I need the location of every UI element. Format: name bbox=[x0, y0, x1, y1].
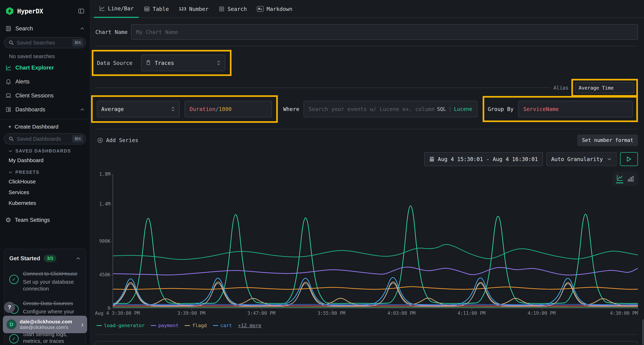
shortcut-badge: ⌘K bbox=[72, 135, 84, 143]
group-by-input[interactable]: ServiceName bbox=[518, 101, 633, 117]
line-chart-toggle[interactable] bbox=[616, 174, 623, 183]
sidebar-item-client-sessions[interactable]: Client Sessions bbox=[0, 89, 90, 103]
add-series-button[interactable]: Add Series bbox=[97, 137, 138, 143]
data-source-select[interactable]: Traces bbox=[141, 55, 225, 71]
markdown-icon: M↓ bbox=[257, 6, 264, 12]
lucene-toggle[interactable]: Lucene bbox=[454, 106, 472, 112]
help-button[interactable]: ? bbox=[4, 302, 15, 313]
sidebar-collapse-icon[interactable] bbox=[78, 8, 84, 14]
nav-label: Chart Explorer bbox=[16, 64, 54, 71]
saved-dashboards-input[interactable]: Saved Dashboards ⌘K bbox=[4, 133, 86, 144]
sql-toggle[interactable]: SQL bbox=[437, 106, 446, 112]
plus-icon: + bbox=[8, 124, 12, 130]
sidebar-item-kubernetes[interactable]: Kubernetes bbox=[0, 198, 90, 208]
tab-number[interactable]: 123 Number bbox=[174, 0, 214, 18]
chevron-up-icon[interactable] bbox=[76, 256, 81, 261]
tab-markdown[interactable]: M↓ Markdown bbox=[252, 0, 298, 18]
avatar: D bbox=[6, 320, 16, 330]
add-series-row: Add Series Set number format bbox=[95, 134, 638, 146]
group-saved-dashboards[interactable]: SAVED DASHBOARDS bbox=[0, 144, 90, 155]
circle-plus-icon bbox=[97, 137, 103, 143]
sidebar-item-chart-explorer[interactable]: Chart Explorer bbox=[0, 61, 90, 75]
toggle-divider: | bbox=[448, 106, 452, 112]
tab-table[interactable]: Table bbox=[139, 0, 174, 18]
chevron-right-icon: › bbox=[81, 321, 84, 329]
sidebar-item-alerts[interactable]: Alerts bbox=[0, 75, 90, 89]
aggregation-select[interactable]: Average bbox=[97, 101, 180, 117]
chart-name-label: Chart Name bbox=[95, 29, 131, 35]
hyperdx-logo-icon bbox=[5, 7, 14, 15]
chevron-up-icon[interactable] bbox=[80, 26, 84, 31]
y-axis-label: 450K bbox=[99, 272, 110, 278]
group-presets[interactable]: PRESETS bbox=[0, 166, 90, 176]
add-series-label: Add Series bbox=[106, 137, 138, 143]
search-section-label: Search bbox=[16, 25, 33, 32]
data-source-highlight-box: Data Source Traces bbox=[92, 50, 232, 76]
legend-swatch bbox=[213, 325, 218, 326]
legend-item[interactable]: payment bbox=[151, 323, 179, 328]
chart-type-tabbar: Line/Bar Table 123 Number Search M↓ Mark… bbox=[90, 0, 644, 18]
query-language-toggle[interactable]: SQL | Lucene bbox=[437, 106, 472, 112]
legend-more-link[interactable]: +12 more bbox=[238, 323, 261, 328]
tab-label: Table bbox=[153, 6, 169, 12]
series-other-5 bbox=[113, 307, 638, 307]
field-token: 1000 bbox=[219, 106, 232, 112]
series-other-1 bbox=[113, 245, 638, 260]
legend-swatch bbox=[151, 325, 156, 326]
tab-search[interactable]: Search bbox=[214, 0, 252, 18]
legend-item[interactable]: cart bbox=[213, 323, 232, 328]
sidebar-item-team-settings[interactable]: ⚙ Team Settings bbox=[0, 208, 90, 232]
sidebar-item-my-dashboard[interactable]: My Dashboard bbox=[0, 155, 90, 166]
sidebar-item-clickhouse[interactable]: ClickHouse bbox=[0, 176, 90, 187]
sidebar-item-services[interactable]: Services bbox=[0, 187, 90, 198]
saved-searches-placeholder: Saved Searches bbox=[17, 40, 55, 46]
bar-chart-icon bbox=[627, 175, 634, 182]
time-range-picker[interactable]: Aug 4 15:30:01 - Aug 4 16:30:01 bbox=[424, 152, 543, 166]
chart-name-row: Chart Name My Chart Name bbox=[95, 24, 638, 40]
get-started-item[interactable]: ✓ Connect to ClickHouse Set up your data… bbox=[9, 270, 81, 292]
legend-label: load-generator bbox=[104, 323, 145, 328]
get-started-item-title: Connect to ClickHouse bbox=[23, 270, 81, 277]
where-search-input[interactable]: Search your events w/ Lucene ex. column:… bbox=[304, 101, 477, 117]
scrollbar-thumb[interactable] bbox=[642, 319, 644, 345]
legend-item[interactable]: flagd bbox=[184, 323, 206, 328]
chevron-up-icon[interactable] bbox=[80, 107, 84, 112]
legend-item[interactable]: load-generator bbox=[96, 323, 145, 328]
alias-label: Alias bbox=[554, 85, 568, 91]
granularity-select[interactable]: Auto Granularity bbox=[546, 152, 617, 166]
get-started-title: Get Started bbox=[9, 255, 40, 262]
bell-icon bbox=[5, 79, 12, 85]
alias-connector-line bbox=[95, 88, 550, 88]
table-icon bbox=[144, 6, 150, 12]
tab-line-bar[interactable]: Line/Bar bbox=[94, 0, 139, 18]
saved-searches-input[interactable]: Saved Searches ⌘K bbox=[4, 37, 86, 48]
chart-name-placeholder: My Chart Name bbox=[136, 29, 178, 35]
bar-chart-toggle[interactable] bbox=[627, 175, 634, 183]
y-axis-label: 1.4M bbox=[99, 201, 110, 207]
where-placeholder: Search your events w/ Lucene ex. column:… bbox=[308, 106, 434, 112]
user-email: dale@clickhouse.com bbox=[20, 319, 72, 325]
set-number-format-button[interactable]: Set number format bbox=[577, 134, 638, 146]
legend-swatch bbox=[96, 325, 102, 326]
group-by-value: ServiceName bbox=[523, 106, 559, 112]
tab-label: Line/Bar bbox=[108, 5, 134, 12]
plot-area[interactable] bbox=[112, 174, 638, 308]
sidebar-item-dashboards[interactable]: Dashboards bbox=[0, 103, 90, 117]
team-settings-label: Team Settings bbox=[15, 217, 50, 223]
logo-row: HyperDX bbox=[0, 0, 90, 20]
legend-label: payment bbox=[158, 323, 179, 328]
divider bbox=[95, 334, 638, 335]
tab-label: Number bbox=[189, 6, 208, 12]
chart-name-input[interactable]: My Chart Name bbox=[131, 24, 638, 40]
create-dashboard-label: Create Dashboard bbox=[15, 124, 58, 130]
field-token: / bbox=[216, 106, 219, 112]
nav-label: Client Sessions bbox=[16, 92, 54, 99]
alias-input[interactable]: Average Time bbox=[575, 82, 634, 93]
user-menu[interactable]: D dale@clickhouse.com dale@clickhouse.co… bbox=[3, 316, 87, 333]
create-dashboard-button[interactable]: + Create Dashboard bbox=[0, 121, 90, 132]
field-expression-input[interactable]: Duration / 1000 bbox=[184, 101, 272, 117]
run-query-button[interactable] bbox=[620, 152, 638, 166]
database-icon bbox=[146, 60, 151, 66]
sidebar-section-search[interactable]: Search bbox=[0, 20, 90, 36]
gear-icon: ⚙ bbox=[5, 216, 11, 224]
